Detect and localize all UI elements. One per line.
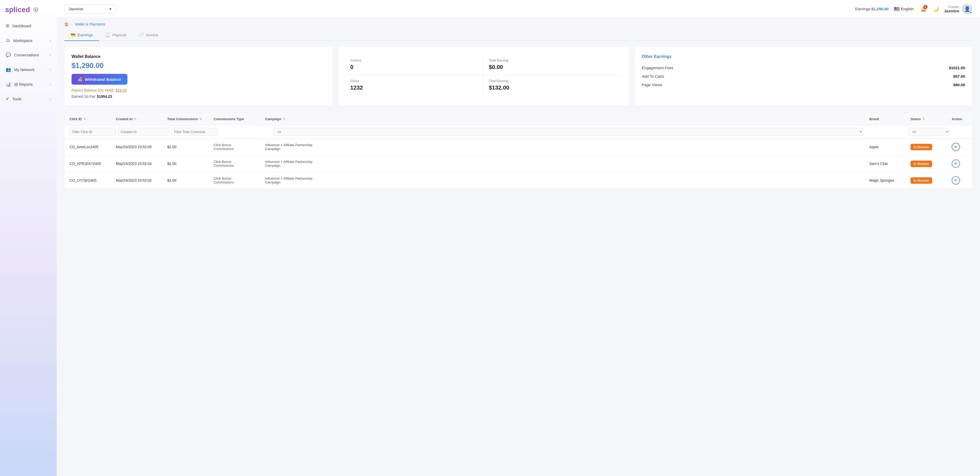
cell-commissions-type: Click BonusCommissions [213, 143, 265, 151]
th-commissions-type: Commissions Type [213, 117, 265, 121]
sidebar-item-conversations[interactable]: 💬 Conversations › [0, 48, 57, 62]
reports-icon: 📊 [6, 81, 11, 87]
cell-action: 👁 [952, 176, 967, 185]
tab-label: Invoice [146, 33, 158, 37]
view-action-button[interactable]: 👁 [952, 159, 960, 168]
cell-total-commissions: $2.00 [167, 145, 213, 149]
cell-status: In Review [910, 161, 952, 167]
cell-click-id: CO_XFR1EK72405 [70, 162, 116, 166]
tools-icon: ✔ [6, 96, 9, 102]
page-content: 🏠 > Wallet & Payments 💳 Earnings 🧾 Payou… [57, 18, 980, 476]
add-to-carts-amount: $57.00 [953, 74, 965, 78]
avatar: 👤 [962, 4, 972, 14]
earnings-label: Earnings:$1,290.00 [855, 7, 889, 11]
cell-brand: Apple [869, 145, 910, 149]
cell-brand: Magic Sponges [869, 178, 910, 182]
flag-icon: 🇺🇸 [894, 6, 899, 12]
status-badge: In Review [910, 177, 932, 184]
chevron-right-icon: › [50, 82, 51, 86]
cell-campaign: Influencer + Affiliate PartnershipCampai… [265, 143, 869, 151]
dark-mode-toggle[interactable]: 🌙 [933, 6, 939, 12]
th-action: Action [952, 117, 967, 121]
topbar: Jasmine ▾ Earnings:$1,290.00 🇺🇸 English … [57, 0, 980, 18]
sidebar-item-label: Conversations [14, 53, 39, 57]
view-action-button[interactable]: 👁 [952, 176, 960, 185]
th-created-at: Created At ⇅ [116, 117, 167, 121]
logo-icon [33, 8, 38, 12]
tab-invoice[interactable]: 📄 Invoice [132, 29, 164, 41]
total-earning-clicks-value: $132.00 [489, 84, 617, 91]
breadcrumb: 🏠 > Wallet & Payments [64, 18, 972, 29]
cell-created-at: May/24/2023 23:52:05 [116, 145, 167, 149]
sidebar-item-workspace[interactable]: 🗂 Workspace › [0, 33, 57, 48]
th-brand: Brand [869, 117, 910, 121]
notifications-button[interactable]: 🔔 2 [919, 4, 928, 14]
table-header: Click ID ⇅ Created At ⇅ Total Commission… [64, 113, 972, 125]
filter-click-id[interactable] [70, 128, 116, 136]
tab-label: Earnings [78, 33, 93, 37]
sidebar-item-reports[interactable]: 📊 @ Reports › [0, 77, 57, 92]
logo-area: spliced [0, 0, 57, 19]
sidebar-item-label: Tools [12, 97, 21, 101]
table-row: CO_AreeLzn2405 May/24/2023 23:52:05 $2.0… [64, 139, 972, 155]
filter-total-commissions[interactable] [172, 128, 218, 136]
earnings-amount: $1,290.00 [872, 7, 889, 11]
withdrawal-balance-button[interactable]: 💰 Withdrawal Balance [72, 74, 127, 84]
payout-hold-text: Payout Balance (On-Hold): $19.00 [72, 88, 127, 92]
sidebar: spliced ⊞ Dashboard 🗂 Workspace › 💬 Conv… [0, 0, 57, 476]
workspace-icon: 🗂 [6, 38, 10, 43]
logo-text: spliced [5, 6, 30, 14]
language-selector[interactable]: 🇺🇸 English [894, 6, 913, 12]
commissions-table: Click ID ⇅ Created At ⇅ Total Commission… [64, 113, 972, 189]
engagement-fees-row: Engagement Fees $1021.00 [642, 64, 965, 72]
user-info: Creator Jasmine [944, 5, 959, 13]
network-icon: 👥 [6, 67, 11, 72]
engagement-fees-amount: $1021.00 [949, 65, 965, 70]
wallet-amount: $1,290.00 [72, 62, 104, 70]
user-profile[interactable]: Creator Jasmine 👤 [944, 4, 972, 14]
total-earning-clicks-stat: Total Earning $132.00 [484, 75, 622, 95]
sort-icon[interactable]: ⇅ [134, 117, 137, 121]
cell-brand: Sam's Club [869, 162, 910, 166]
tab-payouts[interactable]: 🧾 Payouts [99, 29, 132, 41]
cell-action: 👁 [952, 159, 967, 168]
sort-icon[interactable]: ⇅ [83, 117, 86, 121]
chevron-right-icon: › [50, 53, 51, 57]
th-click-id: Click ID ⇅ [70, 117, 116, 121]
sort-icon[interactable]: ⇅ [283, 117, 285, 121]
topbar-right: Earnings:$1,290.00 🇺🇸 English 🔔 2 🌙 Crea… [855, 4, 972, 14]
home-icon[interactable]: 🏠 [64, 22, 69, 26]
total-earning-actions-value: $0.00 [489, 64, 617, 70]
filter-status[interactable]: All [908, 128, 950, 136]
other-earnings-title: Other Earnings [642, 54, 965, 59]
other-earnings-card: Other Earnings Engagement Fees $1021.00 … [635, 47, 972, 106]
sidebar-item-my-network[interactable]: 👥 My Network › [0, 62, 57, 77]
conversations-icon: 💬 [6, 52, 11, 57]
invoice-tab-icon: 📄 [139, 32, 144, 37]
clicks-label: Clicks [350, 79, 478, 83]
payout-hold-amount[interactable]: $19.00 [116, 88, 127, 92]
filter-campaign[interactable]: All [273, 128, 863, 136]
filter-created-at[interactable] [118, 128, 169, 136]
cell-action: 👁 [952, 143, 967, 151]
sort-icon[interactable]: ⇅ [199, 117, 202, 121]
th-status: Status ⇅ [910, 117, 952, 121]
engagement-fees-label: Engagement Fees [642, 65, 673, 70]
earned-so-far: Earned So Far: $1954.23 [72, 94, 112, 99]
cell-total-commissions: $2.00 [167, 162, 213, 166]
workspace-selector[interactable]: Jasmine ▾ [64, 4, 116, 14]
sidebar-item-label: Dashboard [12, 24, 31, 28]
actions-stat: Actions 0 [345, 54, 484, 75]
tab-earnings[interactable]: 💳 Earnings [64, 29, 99, 41]
total-earning-actions-stat: Total Earning $0.00 [484, 54, 622, 75]
tab-label: Payouts [113, 33, 126, 37]
sort-icon[interactable]: ⇅ [922, 117, 925, 121]
actions-label: Actions [350, 59, 478, 62]
wallet-title: Wallet Balance [72, 54, 100, 59]
sidebar-item-dashboard[interactable]: ⊞ Dashboard [0, 19, 57, 33]
sidebar-item-tools[interactable]: ✔ Tools › [0, 92, 57, 106]
wallet-btn-icon: 💰 [78, 77, 83, 81]
add-to-carts-label: Add To Carts [642, 74, 664, 78]
view-action-button[interactable]: 👁 [952, 143, 960, 151]
notification-badge: 2 [923, 5, 928, 9]
